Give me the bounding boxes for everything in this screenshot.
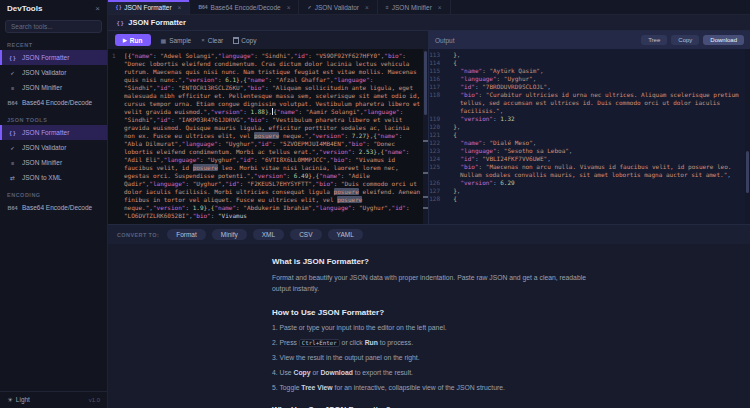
sidebar-item[interactable]: ≡ JSON Minifier — [0, 80, 107, 95]
output-line-number: 121 — [429, 131, 446, 139]
output-line-number: 113 — [429, 51, 446, 59]
editor-scrollbar[interactable] — [423, 49, 428, 224]
output-scrollbar[interactable] — [745, 49, 750, 224]
output-lines: 113 }, 114 { 115 "name": " — [429, 49, 745, 224]
sidebar-item[interactable]: { } JSON Formatter — [0, 50, 107, 65]
convert-option-button[interactable]: CSV — [290, 229, 321, 240]
output-header: Output Tree Copy Download — [429, 31, 750, 49]
sample-label: Sample — [169, 37, 191, 44]
output-line-text: }, — [446, 123, 745, 131]
tab-close-icon[interactable]: × — [287, 4, 291, 11]
output-line: 127 }, — [429, 187, 745, 195]
page-title: JSON Formatter — [128, 18, 186, 27]
sidebar-item[interactable]: ≡ JSON Minifier — [0, 155, 107, 170]
copy-label: Copy — [241, 37, 256, 44]
convert-option-button[interactable]: YAML — [328, 229, 363, 240]
search-input[interactable]: Search tools... — [5, 20, 102, 33]
clear-label: Clear — [208, 37, 224, 44]
output-line-number: 119 — [429, 115, 446, 123]
tab-close-icon[interactable]: × — [438, 4, 442, 11]
output-line-text: "id": "7BRODUVRD9SCLOJL", — [446, 83, 745, 91]
tool-icon: { } — [7, 55, 18, 61]
devtools-app: DevTools × Search tools... RECENT { } JS… — [0, 0, 750, 408]
output-line-number: 128 — [429, 195, 446, 203]
clear-button[interactable]: × Clear — [201, 37, 223, 44]
editor-scrollbar-thumb[interactable] — [424, 51, 427, 115]
output-line: 116 "language": "Uyghur", — [429, 75, 745, 83]
tool-icon: ⇄ — [7, 175, 18, 181]
tool-icon: ✓ — [7, 145, 18, 151]
output-line: 117 "id": "7BRODUVRD9SCLOJL", — [429, 83, 745, 91]
sidebar-item-label: Base64 Encode/Decode — [22, 204, 92, 211]
convert-option-button[interactable]: Format — [167, 229, 206, 240]
sidebar: DevTools × Search tools... RECENT { } JS… — [0, 0, 108, 408]
output-line: 114 { — [429, 59, 745, 67]
sidebar-item[interactable]: { } JSON Formatter — [0, 125, 107, 140]
sidebar-close-icon[interactable]: × — [95, 4, 100, 13]
output-body: 113 }, 114 { 115 "name": " — [429, 49, 750, 224]
download-button[interactable]: Download — [703, 35, 744, 45]
editor-pane: ▶ Run ▦ Sample × Clear Copy — [108, 31, 429, 224]
sidebar-header: DevTools × — [0, 0, 107, 17]
tab-close-icon[interactable]: × — [365, 4, 369, 11]
tool-icon: ≡ — [7, 85, 18, 91]
output-line: 118 "bio": "Curabitur ultricies id urna … — [429, 91, 745, 115]
output-copy-button[interactable]: Copy — [671, 35, 699, 45]
output-line-text: { — [446, 131, 745, 139]
sidebar-item-label: JSON to XML — [22, 174, 62, 181]
tab[interactable]: B64 Base64 Encode/Decode × — [190, 0, 299, 14]
tab[interactable]: ≡ JSON Minifier × — [378, 0, 451, 14]
docs-step: 3. View the result in the output panel o… — [272, 354, 586, 361]
docs-step: 1. Paste or type your input into the edi… — [272, 324, 586, 331]
tab[interactable]: ✓ JSON Validator × — [299, 0, 377, 14]
sidebar-section-json-tools: JSON TOOLS — [0, 117, 107, 123]
output-line-number: 126 — [429, 179, 446, 187]
main-area: { } JSON Formatter × B64 Base64 Encode/D… — [108, 0, 750, 408]
tree-view-button[interactable]: Tree — [641, 35, 667, 45]
theme-toggle[interactable]: ☀Light — [7, 396, 30, 404]
docs-how-heading: How to Use JSON Formatter? — [272, 308, 586, 317]
output-line: 128 { — [429, 195, 745, 203]
sidebar-item[interactable]: ✓ JSON Validator — [0, 65, 107, 80]
output-line-number: 125 — [429, 163, 446, 179]
run-button[interactable]: ▶ Run — [115, 34, 151, 46]
docs-step: 2. Press Ctrl+Enter or click Run to proc… — [272, 339, 586, 346]
sidebar-item-label: JSON Validator — [22, 69, 66, 76]
output-pane: Output Tree Copy Download 113 }, — [429, 31, 750, 224]
sidebar-item[interactable]: ⇄ JSON to XML — [0, 170, 107, 185]
sidebar-item[interactable]: B64 Base64 Encode/Decode — [0, 200, 107, 215]
output-line-text: "bio": "Maecenas non arcu nulla. Vivamus… — [446, 163, 745, 179]
copy-button[interactable]: Copy — [233, 37, 256, 44]
tab-close-icon[interactable]: × — [178, 4, 182, 11]
tab-icon: { } — [116, 4, 121, 10]
output-line: 124 "id": "VBLI24FKF7VV6UWE", — [429, 155, 745, 163]
match-marker — [423, 172, 428, 174]
output-line-text: "version": 1.32 — [446, 115, 745, 123]
clear-x-icon: × — [201, 37, 205, 43]
output-line: 123 "language": "Sesotho sa Leboa", — [429, 147, 745, 155]
output-line-text: "version": 6.29 — [446, 179, 745, 187]
output-line-text: { — [446, 195, 745, 203]
line-number-gutter: 1 — [108, 49, 121, 224]
output-line: 122 "name": "Dialé Meso", — [429, 139, 745, 147]
sample-button[interactable]: ▦ Sample — [161, 37, 192, 44]
editor-content[interactable]: [{"name": "Adeel Solangi","language": "S… — [121, 49, 423, 224]
code-editor[interactable]: 1 [{"name": "Adeel Solangi","language": … — [108, 49, 428, 224]
tab[interactable]: { } JSON Formatter × — [108, 0, 190, 14]
tool-icon: ≡ — [7, 160, 18, 166]
match-marker — [423, 207, 428, 209]
tab-label: JSON Validator — [315, 4, 359, 11]
output-line: 126 "version": 6.29 — [429, 179, 745, 187]
sun-icon: ☀ — [7, 396, 13, 403]
output-line-number: 123 — [429, 147, 446, 155]
convert-option-button[interactable]: XML — [253, 229, 284, 240]
docs-step: 4. Use Copy or Download to export the re… — [272, 369, 586, 376]
tool-icon: B64 — [7, 205, 18, 211]
sidebar-item[interactable]: ✓ JSON Validator — [0, 140, 107, 155]
page-header: { } JSON Formatter — [108, 15, 750, 31]
output-line: 115 "name": "Aytürk Qasim", — [429, 67, 745, 75]
convert-option-button[interactable]: Minify — [212, 229, 247, 240]
output-scrollbar-thumb[interactable] — [746, 151, 749, 193]
sidebar-item[interactable]: B64 Base64 Encode/Decode — [0, 95, 107, 110]
sidebar-item-label: JSON Minifier — [22, 84, 62, 91]
